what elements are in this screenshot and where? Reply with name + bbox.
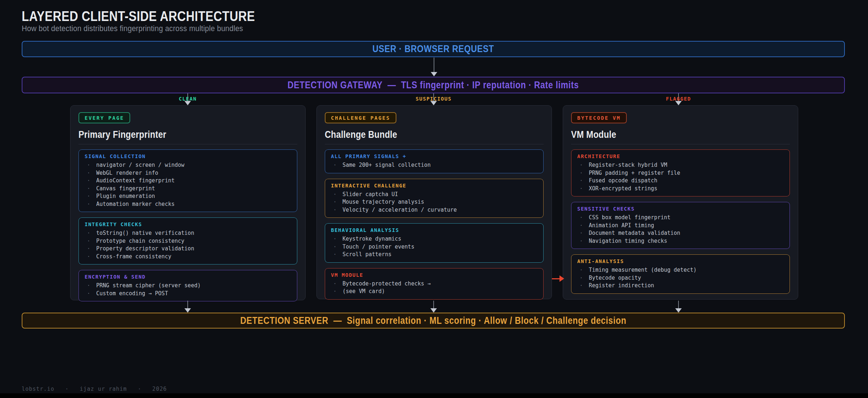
list-item: ·Keystroke dynamics — [331, 235, 537, 243]
column-title-challenge-bundle: Challenge Bundle — [325, 129, 513, 140]
list-item: ·Velocity / acceleration / curvature — [331, 206, 537, 214]
list-item-text: Property descriptor validation — [96, 245, 194, 253]
list-item: ·Navigation timing checks — [577, 237, 784, 245]
box-header: ENCRYPTION & SEND — [85, 274, 291, 280]
list-item: ·Touch / pointer events — [331, 243, 537, 251]
bullet-icon: · — [579, 282, 584, 290]
feature-box-all-primary-signals-: ALL PRIMARY SIGNALS +·Same 200+ signal c… — [325, 149, 544, 173]
list-item-text: Keystroke dynamics — [342, 235, 401, 243]
list-item: ·Timing measurement (debug detect) — [577, 266, 784, 274]
list-item: ·Automation marker checks — [85, 200, 291, 208]
list-item-text: Animation API timing — [589, 222, 654, 230]
bullet-icon: · — [86, 245, 91, 253]
column-title-primary-fingerprinter: Primary Fingerprinter — [78, 129, 267, 140]
list-item-text: Velocity / acceleration / curvature — [342, 206, 457, 214]
bottom-edge — [0, 393, 868, 398]
feature-box-sensitive-checks: SENSITIVE CHECKS·CSS box model fingerpri… — [571, 202, 790, 249]
footer-credit: lobstr.io · ijaz ur rahim · 2026 — [22, 386, 167, 392]
bullet-icon: · — [86, 290, 91, 298]
list-item: ·Register indirection — [577, 282, 784, 290]
list-item: ·AudioContext fingerprint — [85, 177, 291, 185]
list-item: ·Property descriptor validation — [85, 245, 291, 253]
list-item: ·(see VM card) — [331, 288, 537, 296]
feature-box-behavioral-analysis: BEHAVIORAL ANALYSIS·Keystroke dynamics·T… — [325, 223, 544, 263]
bullet-icon: · — [86, 229, 91, 237]
list-item: ·navigator / screen / window — [85, 161, 291, 169]
list-item-text: Bytecode-protected checks → — [342, 280, 431, 288]
list-item: ·Cross-frame consistency — [85, 253, 291, 261]
column-divider — [571, 144, 790, 144]
bullet-icon: · — [579, 161, 584, 169]
feature-box-anti-analysis: ANTI-ANALYSIS·Timing measurement (debug … — [571, 254, 790, 294]
box-header: ARCHITECTURE — [577, 153, 784, 160]
bullet-icon: · — [86, 177, 91, 185]
detection-gateway-label: DETECTION GATEWAY—TLS fingerprint · IP r… — [288, 80, 579, 91]
gateway-title: DETECTION GATEWAY — [288, 80, 383, 90]
list-item-text: (see VM card) — [342, 288, 385, 296]
detection-server-banner: DETECTION SERVER—Signal correlation · ML… — [22, 313, 845, 329]
list-item: ·WebGL renderer info — [85, 169, 291, 177]
branch-arrowhead-suspicious-icon — [430, 101, 437, 105]
column-divider — [78, 144, 297, 144]
bullet-icon: · — [332, 280, 337, 288]
list-item: ·Same 200+ signal collection — [331, 161, 537, 169]
list-item-text: WebGL renderer info — [96, 169, 158, 177]
box-header: INTEGRITY CHECKS — [85, 221, 291, 228]
list-item: ·PRNG padding + register file — [577, 169, 784, 177]
suspicious-to-server-line — [433, 301, 434, 309]
list-item: ·PRNG stream cipher (server seed) — [85, 282, 291, 290]
column-badge-vm-module: BYTECODE VM — [571, 112, 627, 123]
list-item-text: Automation marker checks — [96, 200, 175, 208]
clean-to-server-arrowhead-icon — [184, 308, 191, 313]
list-item-text: Scroll patterns — [342, 251, 391, 259]
bullet-icon: · — [332, 198, 337, 206]
list-item-text: Same 200+ signal collection — [342, 161, 431, 169]
gateway-separator: — — [383, 80, 401, 90]
bullet-icon: · — [579, 214, 584, 222]
box-header: BEHAVIORAL ANALYSIS — [331, 227, 537, 234]
list-item: ·Document metadata validation — [577, 229, 784, 237]
bullet-icon: · — [579, 237, 584, 245]
feature-box-interactive-challenge: INTERACTIVE CHALLENGE·Slider captcha UI·… — [325, 179, 544, 218]
list-item: ·Mouse trajectory analysis — [331, 198, 537, 206]
bullet-icon: · — [86, 253, 91, 261]
user-to-gateway-flow-line — [434, 58, 434, 72]
bullet-icon: · — [86, 192, 91, 200]
bullet-icon: · — [332, 288, 337, 296]
user-to-gateway-arrowhead-icon — [431, 72, 437, 76]
suspicious-to-server-arrowhead-icon — [430, 308, 437, 313]
user-browser-request-banner: USER · BROWSER REQUEST — [22, 41, 845, 57]
user-browser-request-label: USER · BROWSER REQUEST — [373, 43, 494, 55]
box-header: ALL PRIMARY SIGNALS + — [331, 153, 537, 160]
column-card-vm-module: BYTECODE VMVM ModuleARCHITECTURE·Registe… — [563, 105, 798, 300]
bullet-icon: · — [86, 200, 91, 208]
box-header: SENSITIVE CHECKS — [577, 206, 784, 212]
bullet-icon: · — [579, 177, 584, 185]
column-card-primary-fingerprinter: EVERY PAGEPrimary FingerprinterSIGNAL CO… — [70, 105, 306, 300]
list-item-text: PRNG padding + register file — [589, 169, 680, 177]
list-item: ·Plugin enumeration — [85, 192, 291, 200]
bullet-icon: · — [579, 169, 584, 177]
list-item-text: Navigation timing checks — [589, 237, 667, 245]
list-item: ·CSS box model fingerprint — [577, 214, 784, 222]
bullet-icon: · — [579, 229, 584, 237]
branch-arrowhead-flagged-icon — [675, 101, 682, 105]
list-item: ·Bytecode opacity — [577, 274, 784, 282]
flagged-to-server-arrowhead-icon — [675, 308, 682, 313]
list-item: ·Prototype chain consistency — [85, 237, 291, 245]
list-item-text: Plugin enumeration — [96, 192, 155, 200]
list-item-text: Prototype chain consistency — [96, 237, 184, 245]
list-item: ·Slider captcha UI — [331, 191, 537, 199]
bullet-icon: · — [332, 251, 337, 259]
feature-box-integrity-checks: INTEGRITY CHECKS·toString() native verif… — [78, 217, 297, 264]
bullet-icon: · — [86, 185, 91, 193]
list-item: ·XOR-encrypted strings — [577, 185, 784, 193]
list-item-text: Bytecode opacity — [589, 274, 641, 282]
list-item: ·Scroll patterns — [331, 251, 537, 259]
list-item-text: Custom encoding → POST — [96, 290, 168, 298]
gateway-detail: TLS fingerprint · IP reputation · Rate l… — [401, 80, 579, 90]
diagram-canvas: LAYERED CLIENT-SIDE ARCHITECTURE How bot… — [0, 0, 868, 398]
server-detail: Signal correlation · ML scoring · Allow … — [347, 315, 626, 326]
box-header: VM MODULE — [331, 272, 537, 279]
list-item-text: Register-stack hybrid VM — [589, 161, 667, 169]
